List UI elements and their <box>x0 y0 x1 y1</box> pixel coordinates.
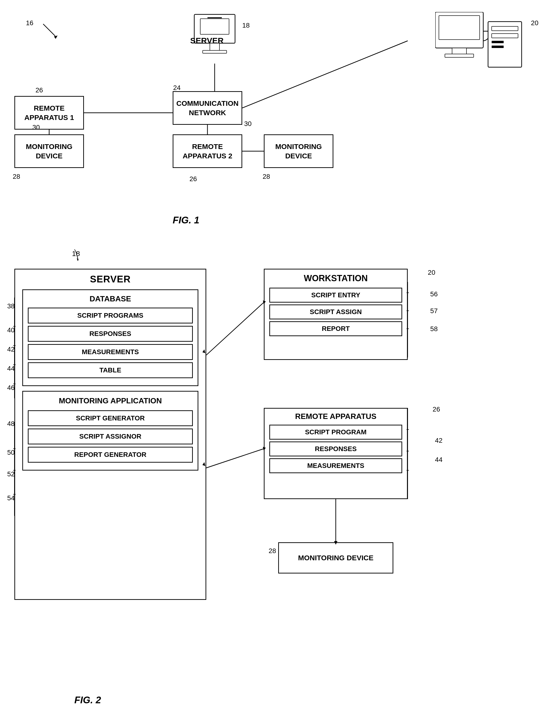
ref-38: 38 <box>7 302 15 310</box>
workstation-outer-box: WORKSTATION SCRIPT ENTRY SCRIPT ASSIGN R… <box>264 269 408 360</box>
svg-marker-1 <box>54 36 58 39</box>
database-outer: DATABASE SCRIPT PROGRAMS RESPONSES MEASU… <box>22 289 198 386</box>
ref-24: 24 <box>173 84 181 92</box>
ref-57: 57 <box>430 307 438 315</box>
page: 16 SERVER 18 <box>0 0 560 728</box>
remote-apparatus-fig2-title: REMOTE APPARATUS <box>265 409 407 423</box>
remote-apparatus-fig2-outer: REMOTE APPARATUS SCRIPT PROGRAM RESPONSE… <box>264 408 408 499</box>
svg-rect-14 <box>492 41 504 43</box>
server-title-fig2: SERVER <box>15 269 206 287</box>
svg-rect-12 <box>492 26 518 31</box>
monitoring-app-outer: MONITORING APPLICATION SCRIPT GENERATOR … <box>22 391 198 471</box>
ref-58: 58 <box>430 325 438 333</box>
fig2-label: FIG. 2 <box>74 695 101 705</box>
ref-20-fig2: 20 <box>428 269 435 276</box>
script-entry-box: SCRIPT ENTRY <box>269 288 402 303</box>
svg-rect-8 <box>439 16 480 40</box>
script-assign-box: SCRIPT ASSIGN <box>269 304 402 319</box>
fig1-container: 16 SERVER 18 <box>0 5 560 233</box>
script-program-box: SCRIPT PROGRAM <box>269 425 402 440</box>
ref-18-fig1: 18 <box>242 22 250 29</box>
computer-icon <box>435 12 526 74</box>
ref-54: 54 <box>7 494 15 502</box>
ref-26b: 26 <box>190 175 197 183</box>
measurements-box-server: MEASUREMENTS <box>28 344 193 360</box>
ref-26-fig2: 26 <box>433 406 440 413</box>
svg-line-21 <box>242 41 408 108</box>
responses-box-remote: RESPONSES <box>269 442 402 456</box>
ref-28-fig2: 28 <box>269 547 276 555</box>
ref-44b: 44 <box>435 456 442 464</box>
script-generator-box: SCRIPT GENERATOR <box>28 410 193 426</box>
ref-30b: 30 <box>244 120 252 128</box>
svg-rect-6 <box>208 17 222 18</box>
svg-rect-13 <box>492 34 518 38</box>
monitoring-device-fig2: MONITORING DEVICE <box>278 542 393 573</box>
svg-line-23 <box>206 302 264 355</box>
table-box: TABLE <box>28 362 193 378</box>
measurements-box-remote: MEASUREMENTS <box>269 458 402 473</box>
ref-48: 48 <box>7 420 15 428</box>
report-generator-box: REPORT GENERATOR <box>28 447 193 463</box>
ref-46: 46 <box>7 384 15 392</box>
fig2-container: 18 SERVER DATABASE SCRIPT PROGRAMS RESPO… <box>0 240 560 720</box>
svg-rect-3 <box>200 19 229 34</box>
svg-rect-15 <box>492 46 504 48</box>
ref-42b: 42 <box>435 437 442 444</box>
script-assignor-box: SCRIPT ASSIGNOR <box>28 429 193 444</box>
remote-apparatus-1-box: REMOTE APPARATUS 1 <box>14 96 84 130</box>
report-box: REPORT <box>269 321 402 336</box>
svg-line-0 <box>43 24 55 36</box>
ref-28a: 28 <box>13 173 20 180</box>
svg-rect-5 <box>203 50 227 53</box>
script-programs-box: SCRIPT PROGRAMS <box>28 308 193 323</box>
svg-rect-9 <box>452 48 466 54</box>
ref-42a: 42 <box>7 346 15 353</box>
svg-rect-10 <box>445 54 474 57</box>
responses-box-server: RESPONSES <box>28 326 193 342</box>
ref-20-fig1: 20 <box>531 19 538 27</box>
ref-52: 52 <box>7 470 15 478</box>
ref-40: 40 <box>7 326 15 334</box>
ref-28b: 28 <box>263 173 270 180</box>
monitoring-device-1-box: MONITORING DEVICE <box>14 134 84 168</box>
fig1-label: FIG. 1 <box>173 215 199 226</box>
monitoring-device-2-box: MONITORING DEVICE <box>264 134 333 168</box>
database-title: DATABASE <box>28 292 193 305</box>
workstation-title: WORKSTATION <box>265 269 407 286</box>
ref-26a: 26 <box>36 86 43 94</box>
ref-56: 56 <box>430 290 438 298</box>
server-outer-box: SERVER DATABASE SCRIPT PROGRAMS RESPONSE… <box>14 269 206 600</box>
server-label-fig1: SERVER <box>190 36 224 45</box>
ref-50: 50 <box>7 449 15 456</box>
comm-network-box: COMMUNICATION NETWORK <box>173 91 242 125</box>
svg-line-26 <box>206 449 264 468</box>
ref-44a: 44 <box>7 365 15 372</box>
monitoring-app-title: MONITORING APPLICATION <box>28 394 193 408</box>
remote-apparatus-2-box: REMOTE APPARATUS 2 <box>173 134 242 168</box>
ref-30a: 30 <box>32 124 40 131</box>
